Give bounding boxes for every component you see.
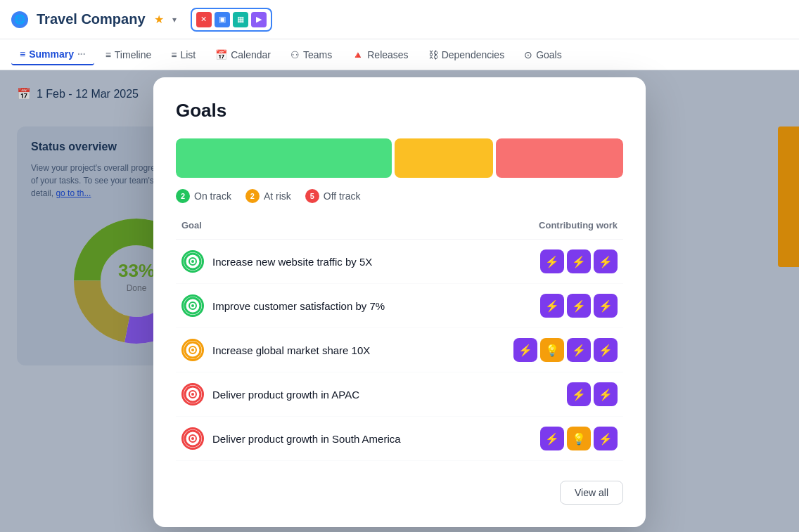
globe-icon: 🌐 [11,11,28,28]
status-bar-yellow [395,138,493,178]
contrib-icon-1c: ⚡ [594,249,618,273]
teams-tab-icon: ⚇ [290,49,300,60]
goals-table-header: Goal Contributing work [176,220,623,240]
summary-tab-more: ··· [77,48,86,60]
contrib-icon-5b: 💡 [567,427,591,450]
svg-point-18 [191,393,194,396]
status-bar [176,138,623,178]
goal-row-1: Increase new website traffic by 5X ⚡ ⚡ ⚡ [176,240,623,284]
contrib-icon-3d: ⚡ [594,338,618,362]
on-track-label: On track [194,190,231,202]
goal-row-4: Deliver product growth in APAC ⚡ ⚡ [176,372,623,417]
app-icon-grid[interactable]: ▦ [233,12,248,27]
goal-column-header: Goal [181,220,202,231]
status-bar-green [176,138,392,178]
svg-point-21 [191,437,194,440]
chevron-icon[interactable]: ▾ [172,15,177,25]
releases-tab-icon: 🔺 [352,49,364,60]
goal-text-4: Deliver product growth in APAC [212,389,558,401]
view-all-button[interactable]: View all [560,481,623,505]
contrib-icon-4a: ⚡ [567,382,591,406]
calendar-tab-label: Calendar [231,49,271,60]
goal-row-5: Deliver product growth in South America … [176,417,623,461]
contrib-icon-3a: ⚡ [513,338,537,362]
list-tab-icon: ≡ [171,49,177,60]
contrib-icon-4b: ⚡ [594,382,618,406]
contrib-icon-5c: ⚡ [594,427,618,450]
tab-dependencies[interactable]: ⛓ Dependencies [420,45,513,65]
legend-at-risk: 2 At risk [245,189,291,203]
at-risk-badge: 2 [245,189,260,203]
app-icon-board[interactable]: ▣ [215,12,230,27]
contrib-icon-1a: ⚡ [540,249,564,273]
goal-icon-1 [181,250,204,273]
contrib-icon-2c: ⚡ [594,294,618,318]
timeline-tab-icon: ≡ [106,49,111,60]
tab-timeline[interactable]: ≡ Timeline [97,45,160,65]
teams-tab-label: Teams [303,49,332,60]
goal-icon-3 [181,339,204,361]
contrib-icon-5a: ⚡ [540,427,564,450]
svg-point-15 [191,349,194,351]
calendar-tab-icon: 📅 [215,49,227,60]
background-content: 📅 1 Feb - 12 Mar 2025 Status overview Vi… [0,70,799,532]
off-track-badge: 5 [305,189,319,203]
goal-text-5: Deliver product growth in South America [212,433,532,445]
contributing-icons-5: ⚡ 💡 ⚡ [540,427,618,450]
app-icons-container: ✕ ▣ ▦ ▶ [191,8,272,32]
dependencies-tab-label: Dependencies [442,49,505,60]
goal-icon-2 [181,294,204,317]
goal-row-2: Improve customer satisfaction by 7% ⚡ ⚡ … [176,284,623,328]
nav-tabs: ≡ Summary ··· ≡ Timeline ≡ List 📅 Calend… [0,39,799,70]
contributing-icons-2: ⚡ ⚡ ⚡ [540,294,618,318]
status-bar-red [496,138,623,178]
tab-teams[interactable]: ⚇ Teams [282,45,340,65]
list-tab-label: List [180,49,196,60]
legend-off-track: 5 Off track [305,189,361,203]
contrib-icon-2a: ⚡ [540,294,564,318]
goal-icon-5 [181,427,204,450]
contrib-icon-2b: ⚡ [567,294,591,318]
off-track-label: Off track [324,190,361,202]
on-track-badge: 2 [176,189,190,203]
releases-tab-label: Releases [367,49,408,60]
contributing-icons-1: ⚡ ⚡ ⚡ [540,249,618,273]
tab-releases[interactable]: 🔺 Releases [343,45,416,65]
dependencies-tab-icon: ⛓ [428,49,438,60]
app-icon-play[interactable]: ▶ [251,12,267,27]
summary-tab-icon: ≡ [20,48,25,60]
goal-text-3: Increase global market share 10X [212,344,505,356]
at-risk-label: At risk [264,190,291,202]
contrib-icon-1b: ⚡ [567,249,591,273]
svg-point-9 [191,260,194,263]
goals-modal: Goals 2 On track 2 At risk 5 Of [153,77,646,527]
goals-tab-label: Goals [536,49,562,60]
summary-tab-label: Summary [29,48,74,60]
goal-text-2: Improve customer satisfaction by 7% [212,300,532,312]
status-legend: 2 On track 2 At risk 5 Off track [176,189,623,203]
contrib-icon-3b: 💡 [540,338,564,362]
contributing-icons-4: ⚡ ⚡ [567,382,618,406]
timeline-tab-label: Timeline [115,49,151,60]
tab-goals[interactable]: ⊙ Goals [516,45,570,65]
modal-overlay: Goals 2 On track 2 At risk 5 Of [0,70,799,532]
company-name: Travel Company [37,11,146,27]
legend-on-track: 2 On track [176,189,231,203]
app-icon-x[interactable]: ✕ [196,12,212,27]
contributing-icons-3: ⚡ 💡 ⚡ ⚡ [513,338,618,362]
star-icon[interactable]: ★ [154,13,164,26]
contrib-icon-3c: ⚡ [567,338,591,362]
tab-summary[interactable]: ≡ Summary ··· [11,44,94,65]
goal-row-3: Increase global market share 10X ⚡ 💡 ⚡ ⚡ [176,328,623,372]
goal-text-1: Increase new website traffic by 5X [212,256,532,268]
tab-list[interactable]: ≡ List [162,45,204,65]
svg-point-12 [191,304,194,307]
goals-tab-icon: ⊙ [524,49,532,60]
tab-calendar[interactable]: 📅 Calendar [207,45,279,65]
goal-icon-4 [181,383,204,406]
contributing-column-header: Contributing work [539,220,618,231]
modal-title: Goals [176,100,623,122]
top-bar: 🌐 Travel Company ★ ▾ ✕ ▣ ▦ ▶ [0,0,799,39]
